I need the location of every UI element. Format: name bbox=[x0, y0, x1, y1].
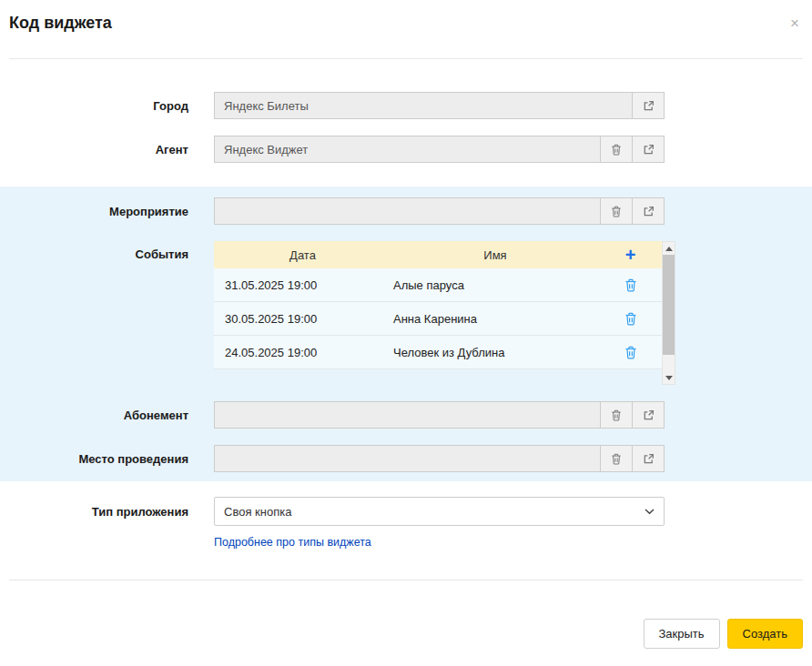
session-date: 30.05.2025 19:00 bbox=[214, 312, 391, 326]
city-label: Город bbox=[0, 99, 214, 113]
scroll-up-icon bbox=[665, 247, 673, 251]
venue-label: Место проведения bbox=[0, 452, 214, 466]
subscription-open-button[interactable] bbox=[632, 401, 665, 429]
city-input bbox=[214, 92, 633, 119]
session-date: 24.05.2025 19:00 bbox=[214, 346, 391, 359]
agent-label: Агент bbox=[0, 143, 214, 156]
trash-icon bbox=[611, 409, 622, 421]
trash-icon bbox=[611, 453, 622, 465]
venue-open-button[interactable] bbox=[632, 445, 665, 472]
external-link-icon bbox=[643, 206, 655, 217]
subscription-input bbox=[214, 401, 601, 429]
venue-clear-button[interactable] bbox=[600, 445, 633, 472]
event-section: Мероприятие Соб bbox=[0, 187, 812, 481]
event-label: Мероприятие bbox=[0, 205, 214, 218]
venue-field bbox=[214, 445, 665, 472]
session-name: Алые паруса bbox=[391, 278, 599, 292]
link-row: Подробнее про типы виджета bbox=[214, 535, 812, 549]
delete-session-button[interactable] bbox=[623, 344, 639, 361]
delete-session-button[interactable] bbox=[623, 310, 639, 328]
trash-icon bbox=[624, 312, 637, 326]
agent-field bbox=[214, 136, 665, 163]
city-field bbox=[214, 92, 665, 119]
venue-input bbox=[214, 445, 601, 472]
chevron-down-icon bbox=[645, 509, 655, 515]
column-header-name: Имя bbox=[391, 248, 599, 262]
widget-types-link[interactable]: Подробнее про типы виджета bbox=[214, 536, 371, 549]
trash-icon bbox=[611, 206, 622, 217]
widget-form: Город Агент bbox=[0, 92, 812, 549]
agent-clear-button[interactable] bbox=[600, 136, 633, 163]
city-row: Город bbox=[0, 92, 812, 119]
close-icon[interactable]: × bbox=[787, 14, 803, 33]
event-open-button[interactable] bbox=[632, 197, 665, 225]
delete-session-button[interactable] bbox=[623, 277, 639, 294]
city-open-button[interactable] bbox=[632, 92, 665, 119]
modal-footer: Закрыть Создать bbox=[0, 580, 812, 649]
app-type-selected-value: Своя кнопка bbox=[224, 505, 291, 519]
table-header: Дата Имя + bbox=[214, 241, 662, 268]
agent-input bbox=[214, 136, 601, 163]
event-input bbox=[214, 197, 601, 225]
app-type-select[interactable]: Своя кнопка bbox=[214, 497, 665, 526]
agent-row: Агент bbox=[0, 136, 812, 163]
table-row: 30.05.2025 19:00 Анна Каренина bbox=[214, 302, 662, 336]
trash-icon bbox=[611, 144, 622, 156]
sessions-label: События bbox=[0, 241, 214, 268]
table-row: 24.05.2025 19:00 Человек из Дублина bbox=[214, 336, 662, 369]
venue-row: Место проведения bbox=[0, 445, 812, 472]
session-name: Человек из Дублина bbox=[391, 346, 599, 359]
subscription-label: Абонемент bbox=[0, 409, 214, 422]
external-link-icon bbox=[643, 409, 655, 421]
page-title: Код виджета bbox=[9, 14, 112, 33]
subscription-field bbox=[214, 401, 665, 429]
trash-icon bbox=[624, 346, 637, 359]
session-date: 31.05.2025 19:00 bbox=[214, 278, 391, 292]
event-field bbox=[214, 197, 665, 225]
column-header-date: Дата bbox=[214, 248, 391, 262]
app-type-row: Тип приложения Своя кнопка bbox=[0, 497, 812, 526]
table-row: 31.05.2025 19:00 Алые паруса bbox=[214, 268, 662, 302]
agent-open-button[interactable] bbox=[632, 136, 665, 163]
widget-code-modal: Код виджета × Город Агент bbox=[0, 0, 812, 649]
scrollbar[interactable] bbox=[662, 241, 675, 385]
modal-header: Код виджета × bbox=[0, 0, 812, 33]
scroll-down-icon bbox=[665, 376, 673, 380]
external-link-icon bbox=[643, 100, 655, 112]
external-link-icon bbox=[643, 453, 655, 465]
event-clear-button[interactable] bbox=[600, 197, 633, 225]
create-button[interactable]: Создать bbox=[727, 619, 803, 649]
close-button[interactable]: Закрыть bbox=[644, 619, 720, 649]
app-type-label: Тип приложения bbox=[0, 505, 214, 519]
sessions-table-body: Дата Имя + 31.05.2025 19:00 Алые паруса bbox=[214, 241, 662, 369]
external-link-icon bbox=[643, 144, 655, 156]
subscription-row: Абонемент bbox=[0, 401, 812, 429]
header-divider bbox=[9, 58, 803, 59]
scrollbar-thumb[interactable] bbox=[663, 255, 675, 355]
session-name: Анна Каренина bbox=[391, 312, 599, 326]
scroll-down-button[interactable] bbox=[663, 371, 675, 384]
event-row: Мероприятие bbox=[0, 197, 812, 225]
trash-icon bbox=[624, 278, 637, 292]
subscription-clear-button[interactable] bbox=[600, 401, 633, 429]
sessions-row: События Дата Имя + 31.05.2025 19:00 Ал bbox=[0, 241, 812, 385]
scroll-up-button[interactable] bbox=[663, 242, 675, 255]
sessions-table: Дата Имя + 31.05.2025 19:00 Алые паруса bbox=[214, 241, 675, 385]
add-event-button[interactable]: + bbox=[622, 246, 640, 264]
